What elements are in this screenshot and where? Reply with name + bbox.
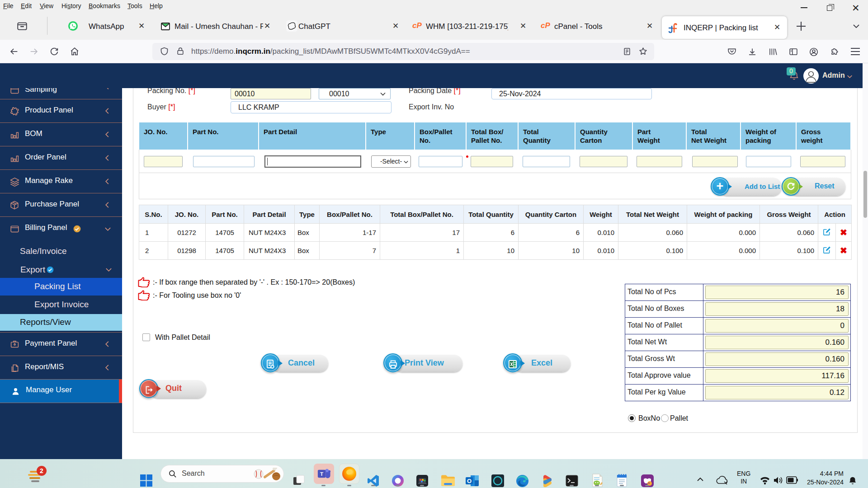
svg-text:T: T (320, 471, 323, 477)
svg-text:O: O (467, 478, 472, 484)
svg-text:2: 2 (40, 467, 43, 474)
